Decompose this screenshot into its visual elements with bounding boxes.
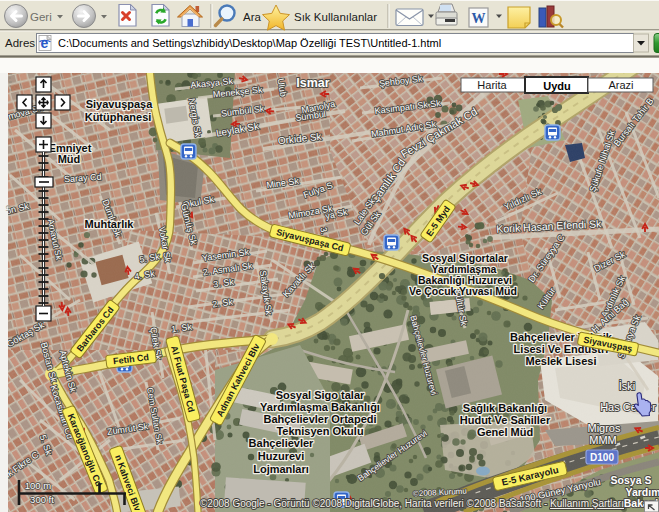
svg-text:300 ft: 300 ft [30, 494, 54, 505]
svg-text:Migros: Migros [587, 422, 621, 434]
svg-text:W: W [472, 11, 486, 26]
svg-text:Bahçelievler: Bahçelievler [249, 437, 315, 449]
svg-text:100 m: 100 m [25, 480, 51, 491]
svg-text:C:\Documents and Settings\zhib: C:\Documents and Settings\zhibidy\Deskto… [58, 37, 441, 49]
svg-text:Sık Kullanılanlar: Sık Kullanılanlar [294, 11, 377, 23]
svg-text:MMM: MMM [589, 434, 617, 446]
svg-text:©2008 Google - Görüntü ©2008 D: ©2008 Google - Görüntü ©2008 DigitalGlob… [200, 498, 624, 509]
svg-text:Harita: Harita [477, 79, 507, 91]
svg-text:Adres: Adres [5, 37, 35, 49]
svg-text:Genel Müd: Genel Müd [477, 426, 533, 438]
svg-text:Lojmanları: Lojmanları [253, 463, 309, 475]
svg-text:e: e [41, 35, 49, 51]
svg-text:Uydu: Uydu [543, 80, 571, 92]
svg-text:Bahçelievler Ortapedi: Bahçelievler Ortapedi [263, 413, 376, 425]
svg-text:Müd: Müd [58, 153, 81, 165]
svg-text:Hudut Ve Sahiller: Hudut Ve Sahiller [460, 414, 551, 426]
svg-text:Geri: Geri [30, 11, 52, 23]
svg-text:İski: İski [619, 380, 636, 392]
svg-text:Sosyal Sigo talar: Sosyal Sigo talar [276, 389, 365, 401]
svg-text:Kütüphanesi: Kütüphanesi [85, 111, 152, 123]
svg-text:Ara: Ara [243, 11, 262, 23]
svg-text:Ismar: Ismar [296, 76, 329, 90]
svg-text:Teknisyen Okulu: Teknisyen Okulu [276, 425, 363, 437]
svg-text:Sosya S: Sosya S [611, 474, 652, 486]
svg-text:Ve Çocuk Yuvası Müd: Ve Çocuk Yuvası Müd [409, 285, 517, 297]
svg-text:Yardımlaşma Bakanlığı: Yardımlaşma Bakanlığı [260, 401, 380, 413]
svg-text:Siyavuşpaşa: Siyavuşpaşa [86, 98, 154, 110]
svg-text:Muhtarlık: Muhtarlık [85, 218, 135, 230]
svg-text:Huzurevi: Huzurevi [258, 450, 304, 462]
svg-text:Arazi: Arazi [608, 79, 633, 91]
svg-text:el: el [4, 205, 13, 211]
svg-text:Meslek Lisesi: Meslek Lisesi [526, 355, 597, 367]
svg-text:Sağlık Bakanlığı: Sağlık Bakanlığı [463, 402, 547, 414]
